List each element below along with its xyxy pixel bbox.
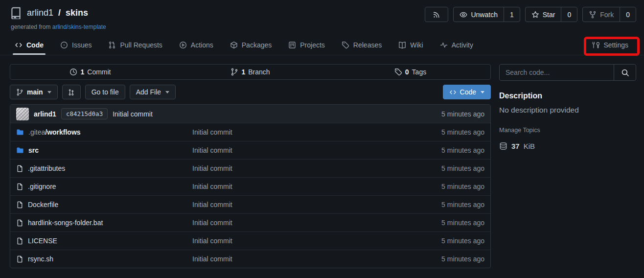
watchers-count[interactable]: 1	[504, 7, 520, 22]
code-download-button[interactable]: Code	[443, 85, 491, 99]
compare-button[interactable]	[62, 85, 81, 99]
file-link[interactable]: Dockerfile	[16, 201, 192, 208]
tab-pull-requests[interactable]: Pull Requests	[108, 35, 162, 55]
file-commit-time: 5 minutes ago	[441, 201, 484, 208]
file-link[interactable]: LICENSE	[16, 237, 192, 245]
repo-title: arlind1 / skins	[10, 7, 106, 19]
table-row[interactable]: Dockerfile Initial commit 5 minutes ago	[10, 195, 490, 213]
repo-owner-link[interactable]: arlind1	[27, 8, 53, 18]
file-commit-message[interactable]: Initial commit	[192, 201, 441, 208]
file-commit-message[interactable]: Initial commit	[192, 164, 441, 172]
eye-icon	[460, 11, 467, 19]
star-button-group: Star 0	[525, 7, 577, 22]
table-row[interactable]: hardlink-songs-folder.bat Initial commit…	[10, 213, 490, 232]
table-row[interactable]: .gitea/workflows Initial commit 5 minute…	[10, 123, 490, 141]
code-search-box	[499, 64, 636, 81]
file-commit-message[interactable]: Initial commit	[192, 255, 441, 263]
settings-tab-area: Settings	[584, 35, 636, 55]
commit-author[interactable]: arlind1	[34, 110, 56, 118]
commit-hash[interactable]: c84215d0a3	[61, 108, 108, 119]
file-commit-message[interactable]: Initial commit	[192, 128, 441, 136]
description-heading: Description	[499, 92, 636, 100]
table-row[interactable]: rsync.sh Initial commit 5 minutes ago	[10, 250, 490, 268]
folder-icon	[16, 128, 24, 136]
table-row[interactable]: .gitignore Initial commit 5 minutes ago	[10, 177, 490, 195]
actions-icon	[179, 41, 187, 49]
tab-code[interactable]: Code	[15, 35, 44, 55]
file-commit-time: 5 minutes ago	[441, 219, 484, 227]
file-link[interactable]: .gitea/workflows	[16, 128, 192, 136]
branch-icon	[230, 68, 238, 76]
folder-icon	[16, 146, 24, 154]
forks-count[interactable]: 0	[620, 7, 636, 22]
file-link[interactable]: rsync.sh	[16, 255, 192, 263]
table-row[interactable]: LICENSE Initial commit 5 minutes ago	[10, 232, 490, 250]
fork-button[interactable]: Fork	[583, 7, 620, 22]
repo-name-link[interactable]: skins	[66, 8, 88, 18]
file-link[interactable]: src	[16, 146, 192, 154]
manage-topics-link[interactable]: Manage Topics	[499, 127, 636, 134]
search-input[interactable]	[500, 65, 614, 80]
gitea-repo-page: arlind1 / skins generated from arlind/sk…	[0, 0, 644, 278]
chevron-down-icon	[47, 91, 51, 93]
table-row[interactable]: .gitattributes Initial commit 5 minutes …	[10, 159, 490, 177]
star-icon	[531, 11, 539, 19]
wiki-icon	[398, 41, 406, 49]
search-button[interactable]	[614, 65, 636, 80]
activity-icon	[440, 41, 448, 49]
file-table: arlind1 c84215d0a3 Initial commit 5 minu…	[10, 104, 491, 268]
latest-commit-row: arlind1 c84215d0a3 Initial commit 5 minu…	[10, 105, 490, 123]
fork-button-group: Fork 0	[582, 7, 636, 22]
code-icon	[449, 89, 457, 96]
issue-icon	[60, 41, 68, 49]
rss-button[interactable]	[425, 7, 448, 22]
file-link[interactable]: .gitignore	[16, 183, 192, 190]
table-row[interactable]: src Initial commit 5 minutes ago	[10, 141, 490, 159]
tab-projects[interactable]: Projects	[288, 35, 325, 55]
file-icon	[16, 201, 23, 208]
repo-header: arlind1 / skins generated from arlind/sk…	[0, 0, 644, 30]
file-commit-message[interactable]: Initial commit	[192, 237, 441, 245]
tab-activity[interactable]: Activity	[440, 35, 473, 55]
commits-stat[interactable]: 1 Commit	[10, 68, 170, 76]
database-icon	[499, 142, 507, 150]
go-to-file-button[interactable]: Go to file	[85, 85, 125, 99]
file-icon	[16, 255, 23, 263]
tab-releases[interactable]: Releases	[342, 35, 382, 55]
add-file-button[interactable]: Add File	[130, 85, 176, 99]
tab-actions[interactable]: Actions	[179, 35, 213, 55]
star-button[interactable]: Star	[526, 7, 561, 22]
file-commit-time: 5 minutes ago	[441, 128, 484, 136]
code-toolbar: main Go to file Add File	[10, 85, 491, 99]
tools-icon	[592, 41, 599, 49]
tags-stat[interactable]: 0 Tags	[330, 68, 490, 76]
tab-wiki[interactable]: Wiki	[398, 35, 423, 55]
history-icon	[69, 68, 77, 76]
rss-icon	[433, 11, 440, 19]
file-link[interactable]: .gitattributes	[16, 164, 192, 172]
commit-author-avatar[interactable]	[16, 108, 29, 120]
content-area: 1 Commit 1 Branch 0 Tags	[0, 55, 644, 268]
branch-selector[interactable]: main	[10, 85, 58, 99]
file-icon	[16, 237, 23, 245]
tab-issues[interactable]: Issues	[60, 35, 92, 55]
tab-packages[interactable]: Packages	[230, 35, 272, 55]
stars-count[interactable]: 0	[561, 7, 577, 22]
file-commit-message[interactable]: Initial commit	[192, 183, 441, 190]
file-link[interactable]: hardlink-songs-folder.bat	[16, 219, 192, 227]
template-repo-link[interactable]: arlind/skins-template	[52, 23, 106, 30]
tab-settings[interactable]: Settings	[592, 41, 628, 49]
repo-action-buttons: Unwatch 1 Star 0 Fork	[425, 7, 636, 22]
file-commit-message[interactable]: Initial commit	[192, 146, 441, 154]
repo-size: 37 KiB	[499, 142, 636, 150]
file-commit-time: 5 minutes ago	[441, 164, 484, 172]
file-icon	[16, 165, 23, 172]
compare-icon	[68, 89, 75, 96]
file-commit-message[interactable]: Initial commit	[192, 219, 441, 227]
unwatch-button[interactable]: Unwatch	[454, 7, 503, 22]
fork-icon	[589, 11, 597, 19]
branches-stat[interactable]: 1 Branch	[170, 68, 330, 76]
branch-icon	[16, 89, 23, 96]
size-value: 37	[511, 142, 520, 150]
commit-message[interactable]: Initial commit	[113, 110, 153, 118]
